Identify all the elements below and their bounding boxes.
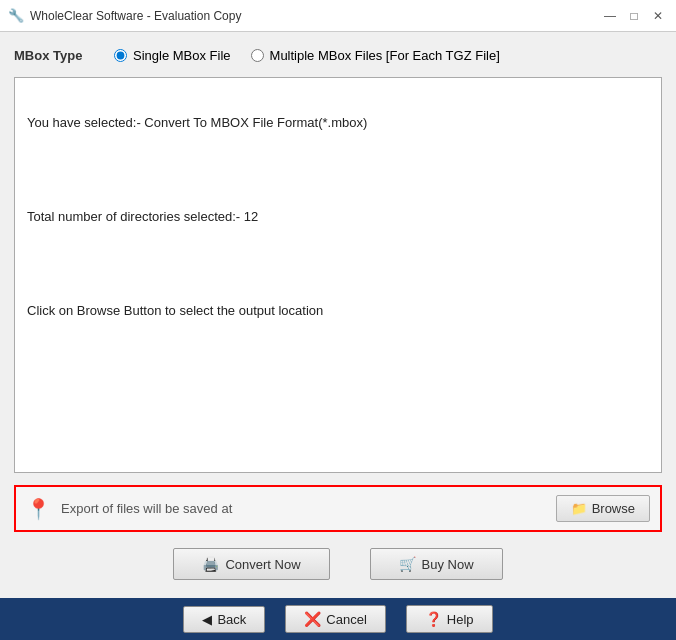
info-line1: You have selected:- Convert To MBOX File…: [27, 111, 649, 134]
title-bar: 🔧 WholeClear Software - Evaluation Copy …: [0, 0, 676, 32]
browse-btn-label: Browse: [592, 501, 635, 516]
single-mbox-option[interactable]: Single MBox File: [114, 48, 231, 63]
info-line2: Total number of directories selected:- 1…: [27, 205, 649, 228]
single-mbox-label: Single MBox File: [133, 48, 231, 63]
app-icon: 🔧: [8, 8, 24, 24]
back-button[interactable]: ◀ Back: [183, 606, 265, 633]
buy-now-button[interactable]: 🛒 Buy Now: [370, 548, 503, 580]
title-controls: — □ ✕: [600, 6, 668, 26]
cancel-button[interactable]: ❌ Cancel: [285, 605, 385, 633]
cancel-btn-label: Cancel: [326, 612, 366, 627]
mbox-type-label: MBox Type: [14, 48, 94, 63]
browse-path-label: Export of files will be saved at: [61, 501, 546, 516]
pin-icon: 📍: [26, 497, 51, 521]
cart-icon: 🛒: [399, 556, 416, 572]
action-row: 🖨️ Convert Now 🛒 Buy Now: [14, 540, 662, 588]
multiple-mbox-label: Multiple MBox Files [For Each TGZ File]: [270, 48, 500, 63]
browse-button[interactable]: 📁 Browse: [556, 495, 650, 522]
title-text: WholeClear Software - Evaluation Copy: [30, 9, 241, 23]
single-mbox-radio[interactable]: [114, 49, 127, 62]
convert-now-button[interactable]: 🖨️ Convert Now: [173, 548, 329, 580]
title-bar-left: 🔧 WholeClear Software - Evaluation Copy: [8, 8, 241, 24]
maximize-button[interactable]: □: [624, 6, 644, 26]
info-line3: Click on Browse Button to select the out…: [27, 299, 649, 322]
close-button[interactable]: ✕: [648, 6, 668, 26]
multiple-mbox-option[interactable]: Multiple MBox Files [For Each TGZ File]: [251, 48, 500, 63]
minimize-button[interactable]: —: [600, 6, 620, 26]
help-btn-label: Help: [447, 612, 474, 627]
folder-icon: 📁: [571, 501, 587, 516]
buy-btn-label: Buy Now: [422, 557, 474, 572]
convert-btn-label: Convert Now: [225, 557, 300, 572]
mbox-type-row: MBox Type Single MBox File Multiple MBox…: [14, 42, 662, 69]
browse-row: 📍 Export of files will be saved at 📁 Bro…: [14, 485, 662, 532]
back-icon: ◀: [202, 612, 212, 627]
back-btn-label: Back: [217, 612, 246, 627]
main-content: MBox Type Single MBox File Multiple MBox…: [0, 32, 676, 598]
help-button[interactable]: ❓ Help: [406, 605, 493, 633]
convert-icon: 🖨️: [202, 556, 219, 572]
info-box: You have selected:- Convert To MBOX File…: [14, 77, 662, 473]
radio-group: Single MBox File Multiple MBox Files [Fo…: [114, 48, 500, 63]
bottom-bar: ◀ Back ❌ Cancel ❓ Help: [0, 598, 676, 640]
help-icon: ❓: [425, 611, 442, 627]
cancel-icon: ❌: [304, 611, 321, 627]
multiple-mbox-radio[interactable]: [251, 49, 264, 62]
